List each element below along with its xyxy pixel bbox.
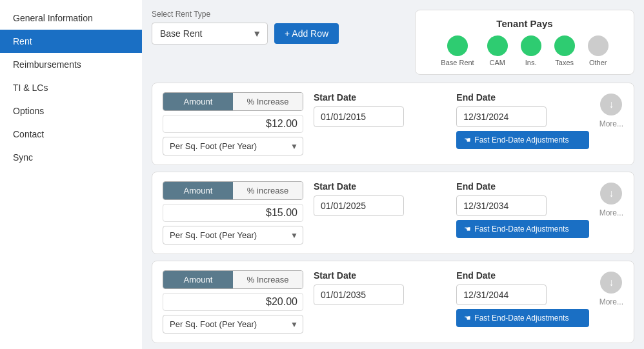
amount-input-wrapper-2 bbox=[163, 204, 303, 222]
more-arrow-btn-1[interactable]: ↓ bbox=[600, 94, 622, 115]
sidebar-item-sync[interactable]: Sync bbox=[0, 146, 142, 169]
add-row-button[interactable]: + Add Row bbox=[274, 23, 339, 44]
sidebar-item-contact[interactable]: Contact bbox=[0, 123, 142, 146]
more-arrow-btn-3[interactable]: ↓ bbox=[600, 272, 622, 294]
rent-rows-container: Amount % Increase Per Sq. Foot (Per Year… bbox=[152, 83, 634, 343]
end-date-section-3: End Date ☚ Fast End-Date Adjustments bbox=[456, 270, 589, 327]
tenant-pays-item-other[interactable]: Other bbox=[588, 35, 609, 66]
increase-toggle-btn-1[interactable]: % Increase bbox=[233, 93, 303, 110]
fast-end-date-btn-1[interactable]: ☚ Fast End-Date Adjustments bbox=[456, 131, 589, 149]
end-date-input-3[interactable] bbox=[456, 284, 547, 305]
circle-dot-taxes bbox=[554, 35, 575, 56]
hand-icon-1: ☚ bbox=[464, 135, 471, 145]
start-date-section-1: Start Date bbox=[314, 92, 446, 127]
rent-type-select[interactable]: Base Rent bbox=[152, 23, 268, 45]
rent-type-select-wrapper: Base Rent ▼ bbox=[152, 23, 268, 45]
amount-input-wrapper-1 bbox=[163, 115, 303, 133]
end-date-section-1: End Date ☚ Fast End-Date Adjustments bbox=[456, 92, 589, 149]
amount-toggle-btn-3[interactable]: Amount bbox=[163, 271, 233, 288]
tenant-pays-title: Tenant Pays bbox=[428, 18, 621, 29]
start-date-input-1[interactable] bbox=[314, 106, 404, 127]
amount-increase-section-1: Amount % Increase Per Sq. Foot (Per Year… bbox=[163, 92, 303, 155]
amount-toggle-btn-1[interactable]: Amount bbox=[163, 93, 233, 110]
per-sq-select-3[interactable]: Per Sq. Foot (Per Year) bbox=[163, 315, 303, 334]
dot-label-other: Other bbox=[589, 59, 607, 66]
table-row: Amount % Increase Per Sq. Foot (Per Year… bbox=[152, 261, 634, 343]
dot-label-cam: CAM bbox=[489, 59, 505, 66]
per-sq-wrapper-2: Per Sq. Foot (Per Year) ▼ bbox=[163, 226, 303, 244]
tenant-pays-items: Base Rent CAM Ins. Taxes bbox=[428, 35, 621, 66]
sidebar-item-ti-lcs[interactable]: TI & LCs bbox=[0, 76, 142, 99]
sidebar: General Information Rent Reimbursements … bbox=[0, 0, 142, 349]
tenant-pays-card: Tenant Pays Base Rent CAM Ins. bbox=[415, 10, 634, 75]
amount-input-wrapper-3 bbox=[163, 293, 303, 311]
tenant-pays-item-taxes[interactable]: Taxes bbox=[554, 35, 575, 66]
amount-toggle-btn-2[interactable]: Amount bbox=[163, 182, 233, 199]
hand-icon-2: ☚ bbox=[464, 224, 471, 234]
circle-dot-other bbox=[588, 35, 609, 56]
down-arrow-icon-2: ↓ bbox=[609, 188, 614, 199]
per-sq-select-1[interactable]: Per Sq. Foot (Per Year) bbox=[163, 137, 303, 155]
increase-toggle-btn-3[interactable]: % Increase bbox=[233, 271, 303, 288]
more-label-1[interactable]: More... bbox=[599, 119, 623, 128]
dot-label-base-rent: Base Rent bbox=[441, 59, 474, 66]
tenant-pays-item-cam[interactable]: CAM bbox=[487, 35, 508, 66]
circle-dot-ins bbox=[521, 35, 541, 56]
amount-increase-section-3: Amount % Increase Per Sq. Foot (Per Year… bbox=[163, 270, 303, 334]
per-sq-wrapper-3: Per Sq. Foot (Per Year) ▼ bbox=[163, 315, 303, 334]
down-arrow-icon-1: ↓ bbox=[609, 99, 614, 110]
sidebar-item-options[interactable]: Options bbox=[0, 99, 142, 123]
table-row: Amount % Increase Per Sq. Foot (Per Year… bbox=[152, 83, 634, 165]
end-date-label-1: End Date bbox=[456, 92, 589, 103]
toggle-bar-2: Amount % increase bbox=[163, 181, 303, 200]
more-section-2: ↓ More... bbox=[599, 181, 623, 217]
end-date-label-2: End Date bbox=[456, 181, 589, 192]
start-date-section-3: Start Date bbox=[314, 270, 446, 305]
amount-input-3[interactable] bbox=[163, 293, 303, 311]
main-content: Select Rent Type Base Rent ▼ + Add Row T… bbox=[142, 0, 644, 349]
more-section-1: ↓ More... bbox=[599, 92, 623, 128]
more-section-3: ↓ More... bbox=[599, 270, 623, 306]
start-date-label-2: Start Date bbox=[314, 181, 446, 192]
start-date-input-3[interactable] bbox=[314, 284, 404, 305]
per-sq-wrapper-1: Per Sq. Foot (Per Year) ▼ bbox=[163, 137, 303, 155]
start-date-input-2[interactable] bbox=[314, 195, 404, 216]
down-arrow-icon-3: ↓ bbox=[609, 277, 614, 288]
hand-icon-3: ☚ bbox=[464, 314, 471, 323]
amount-input-2[interactable] bbox=[163, 204, 303, 222]
tenant-pays-item-ins[interactable]: Ins. bbox=[521, 35, 541, 66]
per-sq-select-2[interactable]: Per Sq. Foot (Per Year) bbox=[163, 226, 303, 244]
select-rent-type-label: Select Rent Type bbox=[152, 10, 339, 19]
more-label-3[interactable]: More... bbox=[599, 297, 623, 306]
end-date-input-2[interactable] bbox=[456, 195, 547, 216]
sidebar-item-rent[interactable]: Rent bbox=[0, 30, 142, 53]
rent-type-row: Base Rent ▼ + Add Row bbox=[152, 23, 339, 45]
top-area: Select Rent Type Base Rent ▼ + Add Row T… bbox=[152, 10, 634, 75]
more-label-2[interactable]: More... bbox=[599, 208, 623, 217]
fast-end-date-btn-3[interactable]: ☚ Fast End-Date Adjustments bbox=[456, 309, 589, 327]
toggle-bar-1: Amount % Increase bbox=[163, 92, 303, 111]
start-date-section-2: Start Date bbox=[314, 181, 446, 216]
tenant-pays-item-base-rent[interactable]: Base Rent bbox=[441, 35, 474, 66]
toggle-bar-3: Amount % Increase bbox=[163, 270, 303, 289]
app-container: General Information Rent Reimbursements … bbox=[0, 0, 644, 349]
fast-end-date-btn-2[interactable]: ☚ Fast End-Date Adjustments bbox=[456, 220, 589, 238]
dot-label-ins: Ins. bbox=[525, 59, 537, 66]
end-date-section-2: End Date ☚ Fast End-Date Adjustments bbox=[456, 181, 589, 238]
circle-dot-base-rent bbox=[447, 35, 468, 56]
start-date-label-1: Start Date bbox=[314, 92, 446, 103]
end-date-label-3: End Date bbox=[456, 270, 589, 281]
circle-dot-cam bbox=[487, 35, 508, 56]
more-arrow-btn-2[interactable]: ↓ bbox=[600, 183, 622, 204]
dot-label-taxes: Taxes bbox=[555, 59, 574, 66]
end-date-input-1[interactable] bbox=[456, 106, 547, 127]
start-date-label-3: Start Date bbox=[314, 270, 446, 281]
sidebar-item-general-information[interactable]: General Information bbox=[0, 6, 142, 30]
rent-type-section: Select Rent Type Base Rent ▼ + Add Row bbox=[152, 10, 339, 45]
increase-toggle-btn-2[interactable]: % increase bbox=[233, 182, 303, 199]
amount-increase-section-2: Amount % increase Per Sq. Foot (Per Year… bbox=[163, 181, 303, 244]
table-row: Amount % increase Per Sq. Foot (Per Year… bbox=[152, 172, 634, 254]
amount-input-1[interactable] bbox=[163, 115, 303, 133]
sidebar-item-reimbursements[interactable]: Reimbursements bbox=[0, 53, 142, 76]
